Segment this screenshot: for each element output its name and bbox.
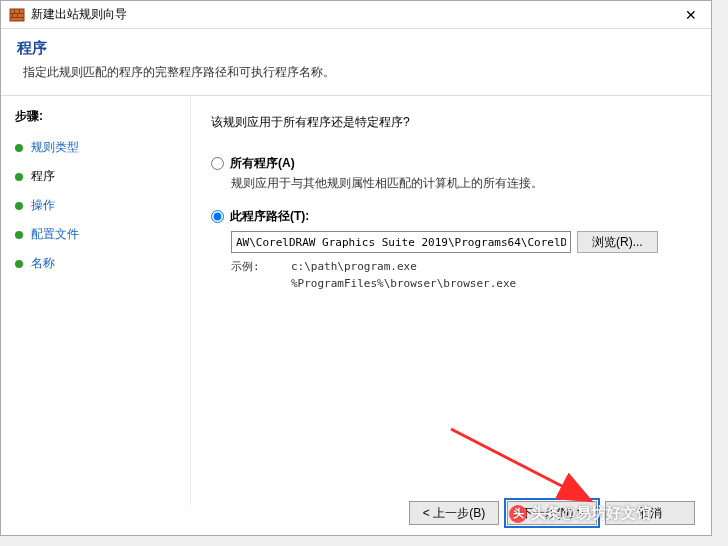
step-link[interactable]: 规则类型 xyxy=(31,139,79,156)
svg-rect-5 xyxy=(12,14,13,17)
option-all-programs: 所有程序(A) 规则应用于与其他规则属性相匹配的计算机上的所有连接。 xyxy=(211,155,675,192)
program-path-input[interactable] xyxy=(231,231,571,253)
step-rule-type[interactable]: 规则类型 xyxy=(11,135,180,160)
option-all-label: 所有程序(A) xyxy=(230,155,295,172)
steps-heading: 步骤: xyxy=(11,108,180,125)
svg-rect-1 xyxy=(10,13,24,14)
example-line1: c:\path\program.exe xyxy=(291,259,516,276)
bullet-icon xyxy=(15,173,23,181)
example-label: 示例: xyxy=(231,259,291,292)
watermark-icon: 头 xyxy=(509,505,527,523)
wizard-header: 程序 指定此规则匹配的程序的完整程序路径和可执行程序名称。 xyxy=(1,29,711,95)
svg-rect-2 xyxy=(10,17,24,18)
question-text: 该规则应用于所有程序还是特定程序? xyxy=(211,114,675,131)
example-paths: c:\path\program.exe %ProgramFiles%\brows… xyxy=(291,259,516,292)
step-link[interactable]: 操作 xyxy=(31,197,55,214)
step-link[interactable]: 名称 xyxy=(31,255,55,272)
page-title: 程序 xyxy=(17,39,695,58)
radio-all-programs[interactable] xyxy=(211,157,224,170)
bullet-icon xyxy=(15,260,23,268)
svg-rect-4 xyxy=(19,9,20,13)
example-line2: %ProgramFiles%\browser\browser.exe xyxy=(291,276,516,293)
watermark-text: 头条@易坊好文馆 xyxy=(531,504,651,523)
bullet-icon xyxy=(15,144,23,152)
browse-button[interactable]: 浏览(R)... xyxy=(577,231,658,253)
svg-rect-3 xyxy=(14,9,15,13)
svg-rect-6 xyxy=(17,14,18,17)
firewall-icon xyxy=(9,7,25,23)
page-subtitle: 指定此规则匹配的程序的完整程序路径和可执行程序名称。 xyxy=(23,64,695,81)
window-title: 新建出站规则向导 xyxy=(31,6,671,23)
option-all-desc: 规则应用于与其他规则属性相匹配的计算机上的所有连接。 xyxy=(231,175,675,192)
steps-sidebar: 步骤: 规则类型 程序 操作 配置文件 名称 xyxy=(1,96,191,505)
back-button[interactable]: < 上一步(B) xyxy=(409,501,499,525)
bullet-icon xyxy=(15,202,23,210)
step-action[interactable]: 操作 xyxy=(11,193,180,218)
step-name[interactable]: 名称 xyxy=(11,251,180,276)
titlebar: 新建出站规则向导 ✕ xyxy=(1,1,711,29)
wizard-main: 该规则应用于所有程序还是特定程序? 所有程序(A) 规则应用于与其他规则属性相匹… xyxy=(191,96,711,505)
step-label: 程序 xyxy=(31,168,55,185)
option-path-label: 此程序路径(T): xyxy=(230,208,309,225)
watermark: 头 头条@易坊好文馆 xyxy=(509,504,651,523)
option-program-path: 此程序路径(T): 浏览(R)... 示例: c:\path\program.e… xyxy=(211,208,675,292)
step-link[interactable]: 配置文件 xyxy=(31,226,79,243)
bullet-icon xyxy=(15,231,23,239)
wizard-body: 步骤: 规则类型 程序 操作 配置文件 名称 该规则应用于所有程序还是特定程序?… xyxy=(1,95,711,505)
step-program[interactable]: 程序 xyxy=(11,164,180,189)
wizard-window: 新建出站规则向导 ✕ 程序 指定此规则匹配的程序的完整程序路径和可执行程序名称。… xyxy=(0,0,712,536)
radio-program-path[interactable] xyxy=(211,210,224,223)
step-profile[interactable]: 配置文件 xyxy=(11,222,180,247)
example-row: 示例: c:\path\program.exe %ProgramFiles%\b… xyxy=(231,259,675,292)
close-button[interactable]: ✕ xyxy=(671,1,711,29)
